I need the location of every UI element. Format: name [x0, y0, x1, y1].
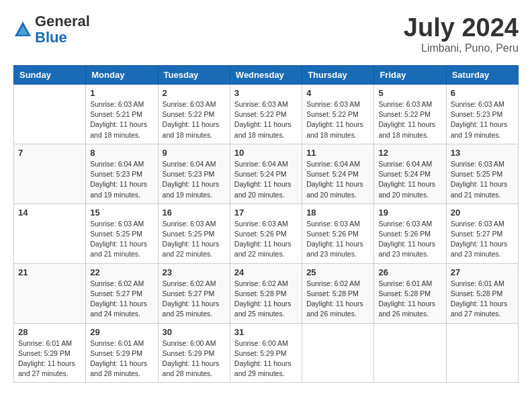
- day-info: Sunrise: 6:03 AM Sunset: 5:25 PM Dayligh…: [90, 219, 153, 260]
- day-info: Sunrise: 6:03 AM Sunset: 5:26 PM Dayligh…: [234, 219, 298, 260]
- day-number: 23: [163, 267, 226, 277]
- calendar-day-cell: 28Sunrise: 6:01 AM Sunset: 5:29 PM Dayli…: [14, 323, 86, 383]
- title-area: July 2024 Limbani, Puno, Peru: [404, 13, 519, 54]
- day-info: Sunrise: 6:03 AM Sunset: 5:22 PM Dayligh…: [306, 99, 369, 140]
- weekday-header-cell: Sunday: [14, 66, 86, 85]
- calendar-day-cell: 26Sunrise: 6:01 AM Sunset: 5:28 PM Dayli…: [374, 263, 446, 323]
- day-number: 25: [306, 267, 369, 277]
- day-number: 10: [234, 148, 298, 158]
- calendar-day-cell: 12Sunrise: 6:04 AM Sunset: 5:24 PM Dayli…: [374, 144, 446, 203]
- day-info: Sunrise: 6:03 AM Sunset: 5:25 PM Dayligh…: [451, 159, 514, 200]
- calendar-day-cell: 14: [14, 203, 86, 263]
- calendar-day-cell: 16Sunrise: 6:03 AM Sunset: 5:25 PM Dayli…: [158, 203, 230, 263]
- calendar-day-cell: 3Sunrise: 6:03 AM Sunset: 5:22 PM Daylig…: [230, 85, 302, 144]
- day-number: 24: [234, 267, 298, 277]
- weekday-header-cell: Wednesday: [230, 66, 302, 85]
- day-info: Sunrise: 6:02 AM Sunset: 5:28 PM Dayligh…: [306, 279, 369, 320]
- calendar-day-cell: 5Sunrise: 6:03 AM Sunset: 5:22 PM Daylig…: [374, 85, 446, 144]
- day-info: Sunrise: 6:01 AM Sunset: 5:28 PM Dayligh…: [378, 279, 441, 320]
- day-number: 16: [163, 208, 226, 218]
- weekday-header-cell: Tuesday: [158, 66, 230, 85]
- calendar-week-row: 28Sunrise: 6:01 AM Sunset: 5:29 PM Dayli…: [14, 323, 519, 383]
- calendar-day-cell: 7: [14, 144, 86, 203]
- day-info: Sunrise: 6:03 AM Sunset: 5:23 PM Dayligh…: [451, 99, 514, 140]
- weekday-header-cell: Friday: [374, 66, 446, 85]
- day-info: Sunrise: 6:01 AM Sunset: 5:29 PM Dayligh…: [18, 338, 81, 379]
- day-info: Sunrise: 6:04 AM Sunset: 5:24 PM Dayligh…: [234, 159, 298, 200]
- day-info: Sunrise: 6:04 AM Sunset: 5:23 PM Dayligh…: [90, 159, 153, 200]
- day-number: 2: [163, 88, 226, 98]
- calendar-day-cell: 17Sunrise: 6:03 AM Sunset: 5:26 PM Dayli…: [230, 203, 302, 263]
- calendar-day-cell: 4Sunrise: 6:03 AM Sunset: 5:22 PM Daylig…: [302, 85, 374, 144]
- day-info: Sunrise: 6:03 AM Sunset: 5:26 PM Dayligh…: [378, 219, 441, 260]
- day-number: 26: [378, 267, 441, 277]
- day-info: Sunrise: 6:00 AM Sunset: 5:29 PM Dayligh…: [234, 338, 298, 379]
- day-info: Sunrise: 6:04 AM Sunset: 5:24 PM Dayligh…: [306, 159, 369, 200]
- calendar-day-cell: [302, 323, 374, 383]
- logo-icon: [13, 20, 32, 39]
- calendar-day-cell: 1Sunrise: 6:03 AM Sunset: 5:21 PM Daylig…: [86, 85, 158, 144]
- day-number: 9: [163, 148, 226, 158]
- day-number: 3: [234, 88, 298, 98]
- day-number: 31: [234, 327, 298, 337]
- calendar-week-row: 1415Sunrise: 6:03 AM Sunset: 5:25 PM Day…: [14, 203, 519, 263]
- day-info: Sunrise: 6:01 AM Sunset: 5:29 PM Dayligh…: [90, 338, 153, 379]
- calendar-day-cell: 29Sunrise: 6:01 AM Sunset: 5:29 PM Dayli…: [86, 323, 158, 383]
- day-number: 8: [90, 148, 153, 158]
- day-number: 13: [451, 148, 514, 158]
- day-number: 22: [90, 267, 153, 277]
- day-info: Sunrise: 6:03 AM Sunset: 5:22 PM Dayligh…: [234, 99, 298, 140]
- weekday-header-cell: Thursday: [302, 66, 374, 85]
- day-number: 12: [378, 148, 441, 158]
- day-number: 30: [163, 327, 226, 337]
- calendar-day-cell: [374, 323, 446, 383]
- calendar-day-cell: 10Sunrise: 6:04 AM Sunset: 5:24 PM Dayli…: [230, 144, 302, 203]
- day-info: Sunrise: 6:02 AM Sunset: 5:27 PM Dayligh…: [90, 279, 153, 320]
- day-number: 15: [90, 208, 153, 218]
- day-number: 18: [306, 208, 369, 218]
- calendar-day-cell: 25Sunrise: 6:02 AM Sunset: 5:28 PM Dayli…: [302, 263, 374, 323]
- location-subtitle: Limbani, Puno, Peru: [404, 42, 519, 54]
- day-number: 19: [378, 208, 441, 218]
- calendar-day-cell: 8Sunrise: 6:04 AM Sunset: 5:23 PM Daylig…: [86, 144, 158, 203]
- calendar-day-cell: 11Sunrise: 6:04 AM Sunset: 5:24 PM Dayli…: [302, 144, 374, 203]
- calendar-day-cell: 20Sunrise: 6:03 AM Sunset: 5:27 PM Dayli…: [446, 203, 518, 263]
- day-info: Sunrise: 6:02 AM Sunset: 5:27 PM Dayligh…: [163, 279, 226, 320]
- day-info: Sunrise: 6:03 AM Sunset: 5:27 PM Dayligh…: [451, 219, 514, 260]
- day-info: Sunrise: 6:03 AM Sunset: 5:22 PM Dayligh…: [378, 99, 441, 140]
- calendar-day-cell: 21: [14, 263, 86, 323]
- day-info: Sunrise: 6:04 AM Sunset: 5:23 PM Dayligh…: [163, 159, 226, 200]
- calendar-day-cell: 27Sunrise: 6:01 AM Sunset: 5:28 PM Dayli…: [446, 263, 518, 323]
- calendar-day-cell: 18Sunrise: 6:03 AM Sunset: 5:26 PM Dayli…: [302, 203, 374, 263]
- day-number: 20: [451, 208, 514, 218]
- day-number: 14: [18, 208, 81, 218]
- day-number: 21: [18, 267, 81, 277]
- calendar-day-cell: 23Sunrise: 6:02 AM Sunset: 5:27 PM Dayli…: [158, 263, 230, 323]
- day-number: 1: [90, 88, 153, 98]
- calendar-day-cell: 2Sunrise: 6:03 AM Sunset: 5:22 PM Daylig…: [158, 85, 230, 144]
- logo-blue-text: Blue: [35, 30, 90, 46]
- calendar-day-cell: 15Sunrise: 6:03 AM Sunset: 5:25 PM Dayli…: [86, 203, 158, 263]
- calendar-day-cell: [14, 85, 86, 144]
- day-number: 27: [451, 267, 514, 277]
- day-number: 11: [306, 148, 369, 158]
- logo: General Blue: [13, 13, 90, 46]
- calendar-day-cell: [446, 323, 518, 383]
- calendar-day-cell: 31Sunrise: 6:00 AM Sunset: 5:29 PM Dayli…: [230, 323, 302, 383]
- day-number: 29: [90, 327, 153, 337]
- day-info: Sunrise: 6:02 AM Sunset: 5:28 PM Dayligh…: [234, 279, 298, 320]
- calendar-week-row: 78Sunrise: 6:04 AM Sunset: 5:23 PM Dayli…: [14, 144, 519, 203]
- weekday-header-cell: Monday: [86, 66, 158, 85]
- day-info: Sunrise: 6:01 AM Sunset: 5:28 PM Dayligh…: [451, 279, 514, 320]
- page-header: General Blue July 2024 Limbani, Puno, Pe…: [13, 13, 519, 54]
- calendar-day-cell: 6Sunrise: 6:03 AM Sunset: 5:23 PM Daylig…: [446, 85, 518, 144]
- day-number: 28: [18, 327, 81, 337]
- day-number: 7: [18, 148, 81, 158]
- calendar-day-cell: 22Sunrise: 6:02 AM Sunset: 5:27 PM Dayli…: [86, 263, 158, 323]
- weekday-header-row: SundayMondayTuesdayWednesdayThursdayFrid…: [14, 66, 519, 85]
- calendar-table: SundayMondayTuesdayWednesdayThursdayFrid…: [13, 65, 519, 383]
- day-info: Sunrise: 6:04 AM Sunset: 5:24 PM Dayligh…: [378, 159, 441, 200]
- day-number: 4: [306, 88, 369, 98]
- day-number: 17: [234, 208, 298, 218]
- calendar-day-cell: 13Sunrise: 6:03 AM Sunset: 5:25 PM Dayli…: [446, 144, 518, 203]
